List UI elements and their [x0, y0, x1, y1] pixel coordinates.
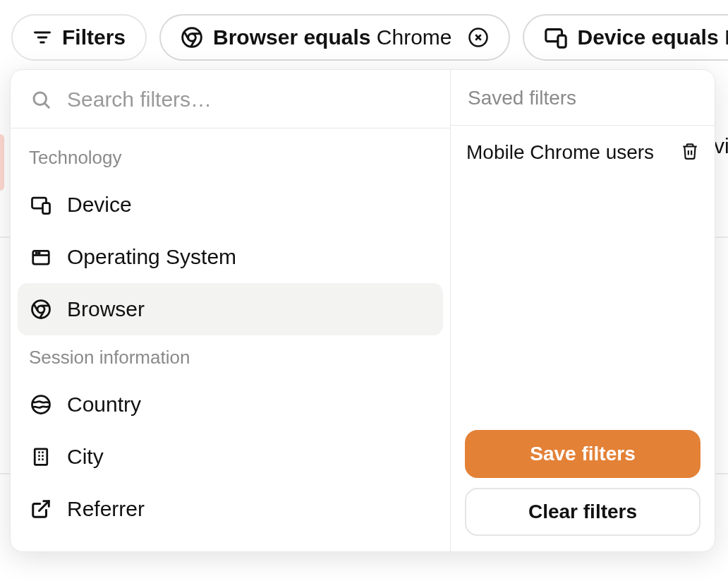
search-icon [30, 89, 51, 110]
svg-point-19 [36, 253, 37, 254]
filter-item-label: Operating System [67, 245, 236, 269]
group-label-technology: Technology [18, 136, 443, 179]
window-icon [30, 246, 51, 268]
saved-filter-item[interactable]: Mobile Chrome users [461, 134, 705, 171]
group-label-session: Session information [18, 335, 443, 378]
svg-line-34 [40, 501, 49, 511]
saved-filters-list: Mobile Chrome users [451, 126, 715, 430]
chrome-icon [30, 299, 51, 320]
svg-line-14 [44, 103, 49, 107]
clear-filters-button[interactable]: Clear filters [465, 488, 700, 536]
filter-chip-device[interactable]: Device equals M [523, 14, 729, 61]
globe-icon [30, 394, 51, 415]
svg-rect-27 [35, 449, 47, 465]
svg-rect-12 [557, 35, 565, 47]
filter-item-device[interactable]: Device [18, 179, 443, 231]
filter-item-browser[interactable]: Browser [18, 283, 443, 335]
svg-point-26 [32, 396, 50, 414]
filter-search-row [11, 70, 450, 128]
filter-item-label: Referrer [67, 497, 145, 521]
save-filters-button[interactable]: Save filters [465, 430, 700, 478]
background-text-fragment: vi [714, 134, 728, 158]
filter-item-country[interactable]: Country [18, 378, 443, 431]
svg-point-20 [39, 253, 40, 254]
svg-rect-16 [43, 203, 50, 214]
filter-chip-browser[interactable]: Browser equals Chrome [159, 14, 509, 61]
filter-item-os[interactable]: Operating System [18, 231, 443, 283]
remove-chip-icon[interactable] [468, 27, 489, 48]
filter-list-pane: Technology Device [11, 70, 451, 551]
filter-item-label: Browser [67, 297, 145, 321]
filter-item-label: Country [67, 393, 141, 417]
filter-item-label: Device [67, 193, 132, 217]
chrome-icon [181, 26, 203, 49]
chip-text: Device equals M [578, 25, 729, 49]
filter-item-city[interactable]: City [18, 431, 443, 483]
device-icon [30, 194, 51, 215]
external-link-icon [30, 498, 51, 520]
filters-button[interactable]: Filters [11, 14, 147, 61]
chip-text: Browser equals Chrome [213, 25, 451, 49]
saved-filters-pane: Saved filters Mobile Chrome users Save f… [451, 70, 715, 551]
filter-search-input[interactable] [66, 87, 430, 112]
filter-icon [32, 28, 52, 47]
filter-item-label: User ID [67, 549, 139, 551]
building-icon [30, 446, 51, 467]
delete-saved-filter-icon[interactable] [681, 142, 699, 163]
user-icon [30, 551, 51, 551]
filter-chip-row: Filters Browser equals Chrome [0, 0, 728, 61]
device-icon [544, 25, 568, 49]
filter-item-label: City [67, 445, 104, 469]
filter-item-referrer[interactable]: Referrer [18, 483, 443, 535]
filters-label: Filters [62, 25, 126, 49]
saved-filters-header: Saved filters [451, 70, 715, 126]
filters-popover: Technology Device [10, 69, 715, 552]
saved-filter-name: Mobile Chrome users [466, 140, 654, 165]
filter-item-user-id[interactable]: User ID [18, 535, 443, 551]
filter-list: Technology Device [11, 128, 450, 551]
